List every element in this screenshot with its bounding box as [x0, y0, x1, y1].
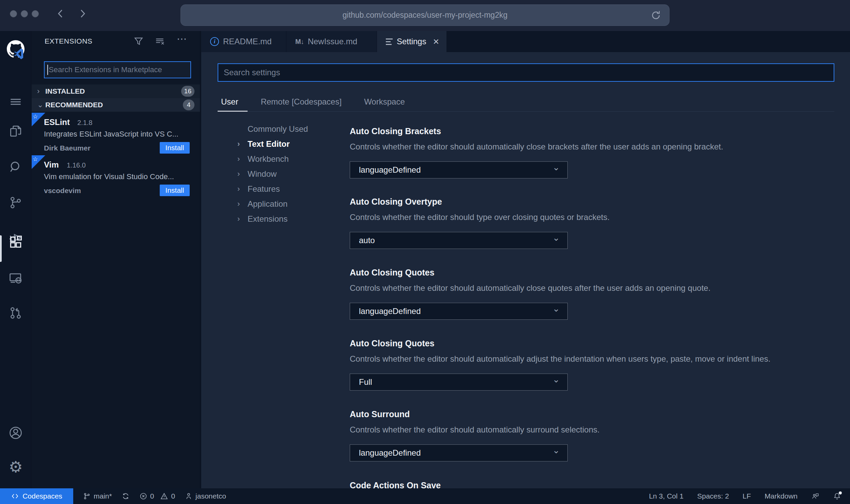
errors-count: 0	[150, 492, 154, 500]
app-window: github.com/codespaces/user-my-project-mg…	[0, 0, 850, 504]
tree-item-workbench[interactable]: › Workbench	[201, 152, 331, 167]
tree-item-features[interactable]: › Features	[201, 182, 331, 196]
settings-gear-icon[interactable]: ⚙	[8, 459, 23, 474]
setting-title: Auto Closing Quotes	[350, 268, 850, 278]
window-controls[interactable]	[10, 10, 39, 17]
setting-value-dropdown[interactable]: Full ⌄	[350, 374, 568, 391]
setting-code-actions-on-save: Code Actions On Save	[350, 481, 850, 488]
url-text: github.com/codespaces/user-my-project-mg…	[343, 11, 507, 20]
setting-description: Controls whether the editor should autom…	[350, 425, 850, 435]
status-bar: Codespaces main* 0 0	[0, 488, 850, 504]
close-tab-icon[interactable]: ×	[433, 37, 439, 46]
settings-search-input[interactable]	[218, 64, 834, 81]
recommended-ribbon: ☆	[32, 113, 45, 126]
window-close-button[interactable]	[10, 10, 17, 17]
window-maximize-button[interactable]	[32, 10, 39, 17]
chevron-right-icon: ›	[237, 215, 246, 223]
section-recommended[interactable]: ⌄ RECOMMENDED 4	[32, 98, 200, 112]
eol-sequence[interactable]: LF	[743, 492, 751, 500]
setting-value-dropdown[interactable]: languageDefined ⌄	[350, 303, 568, 320]
setting-auto-surround: Auto Surround Controls whether the edito…	[350, 409, 850, 461]
language-mode[interactable]: Markdown	[765, 492, 798, 500]
tree-item-text-editor[interactable]: › Text Editor	[201, 137, 331, 152]
setting-description: Controls whether the editor should autom…	[350, 283, 850, 293]
dropdown-chevron-icon: ⌄	[552, 164, 560, 171]
tab-label: README.md	[223, 37, 272, 46]
tab-settings[interactable]: Settings ×	[377, 31, 446, 52]
setting-value-dropdown[interactable]: languageDefined ⌄	[350, 444, 568, 461]
sync-status[interactable]	[122, 492, 130, 500]
setting-value-dropdown[interactable]: auto ⌄	[350, 232, 568, 249]
setting-value-dropdown[interactable]: languageDefined ⌄	[350, 161, 568, 178]
active-view-indicator	[0, 235, 2, 262]
section-installed[interactable]: › INSTALLED 16	[32, 84, 200, 98]
problems-status[interactable]: 0 0	[139, 492, 175, 500]
refresh-icon[interactable]	[650, 10, 662, 21]
filter-icon[interactable]	[133, 36, 144, 47]
tree-item-application[interactable]: › Application	[201, 196, 331, 211]
account-icon[interactable]	[8, 425, 23, 440]
extensions-icon[interactable]	[8, 235, 23, 250]
forward-icon[interactable]	[76, 7, 89, 20]
sidebar-header: EXTENSIONS ⋯	[32, 34, 200, 49]
extension-item-vim[interactable]: ☆ Vim 1.16.0 Vim emulation for Visual St…	[32, 155, 200, 198]
warnings-icon	[160, 492, 168, 500]
setting-description: Controls whether the editor should autom…	[350, 142, 850, 152]
setting-auto-closing-quotes: Auto Closing Quotes Controls whether the…	[350, 268, 850, 320]
workbench: ⚙ EXTENSIONS ⋯ › INSTALLED 16	[0, 31, 850, 488]
more-actions-icon[interactable]: ⋯	[177, 34, 188, 45]
tab-label: Settings	[397, 37, 426, 46]
extensions-search-input[interactable]	[45, 62, 190, 78]
feedback-icon[interactable]	[811, 492, 819, 500]
tree-item-extensions[interactable]: › Extensions	[201, 211, 331, 226]
codespaces-status-button[interactable]: Codespaces	[0, 488, 73, 504]
notification-dot	[839, 491, 842, 494]
setting-auto-closing-brackets: Auto Closing Brackets Controls whether t…	[350, 126, 850, 178]
settings-search-box[interactable]	[218, 63, 834, 82]
clear-extensions-icon[interactable]	[154, 36, 165, 47]
cursor-position[interactable]: Ln 3, Col 1	[649, 492, 684, 500]
tree-item-commonly-used[interactable]: Commonly Used	[201, 122, 331, 137]
search-icon[interactable]	[8, 160, 23, 175]
notifications-bell-icon[interactable]	[833, 492, 841, 500]
info-icon: i	[210, 37, 219, 46]
tab-label: NewIssue.md	[308, 37, 357, 46]
chevron-right-icon: ›	[237, 155, 246, 163]
extension-version: 1.16.0	[67, 161, 86, 169]
pull-request-icon[interactable]	[8, 305, 23, 320]
tab-newissue[interactable]: M↓ NewIssue.md	[286, 31, 377, 52]
install-button[interactable]: Install	[160, 185, 190, 196]
extension-description: Integrates ESLint JavaScript into VS C..…	[44, 130, 190, 139]
tree-item-window[interactable]: › Window	[201, 167, 331, 182]
tab-bar: i README.md M↓ NewIssue.md Settings ×	[201, 31, 850, 52]
star-icon: ☆	[33, 156, 38, 163]
tab-readme[interactable]: i README.md	[201, 31, 286, 52]
window-minimize-button[interactable]	[21, 10, 28, 17]
install-button[interactable]: Install	[160, 142, 190, 154]
extension-item-eslint[interactable]: ☆ ESLint 2.1.8 Integrates ESLint JavaScr…	[32, 113, 200, 155]
back-icon[interactable]	[54, 7, 67, 20]
address-bar[interactable]: github.com/codespaces/user-my-project-mg…	[180, 4, 670, 26]
star-icon: ☆	[33, 113, 38, 120]
explorer-icon[interactable]	[8, 124, 23, 139]
sidebar-title: EXTENSIONS	[45, 37, 92, 45]
scope-tab-workspace[interactable]: Workspace	[361, 95, 408, 112]
branch-status[interactable]: main*	[83, 492, 112, 500]
chevron-right-icon: ›	[237, 170, 246, 178]
settings-scope-tabs: User Remote [Codespaces] Workspace	[218, 95, 408, 112]
user-status[interactable]: jasonetco	[185, 492, 226, 500]
extensions-search-box[interactable]	[44, 61, 191, 78]
scope-tab-remote[interactable]: Remote [Codespaces]	[257, 95, 345, 112]
dropdown-chevron-icon: ⌄	[552, 376, 560, 383]
source-control-icon[interactable]	[8, 195, 23, 210]
warnings-count: 0	[171, 492, 175, 500]
scope-tab-user[interactable]: User	[218, 95, 242, 112]
active-scope-underline	[218, 111, 248, 112]
person-icon	[185, 492, 193, 500]
extensions-sidebar: EXTENSIONS ⋯ › INSTALLED 16 ⌄ RE	[32, 31, 201, 488]
indentation[interactable]: Spaces: 2	[697, 492, 729, 500]
remote-explorer-icon[interactable]	[8, 271, 23, 286]
setting-title: Auto Closing Brackets	[350, 126, 850, 136]
recommended-ribbon: ☆	[32, 155, 45, 169]
menu-icon[interactable]	[8, 94, 23, 109]
